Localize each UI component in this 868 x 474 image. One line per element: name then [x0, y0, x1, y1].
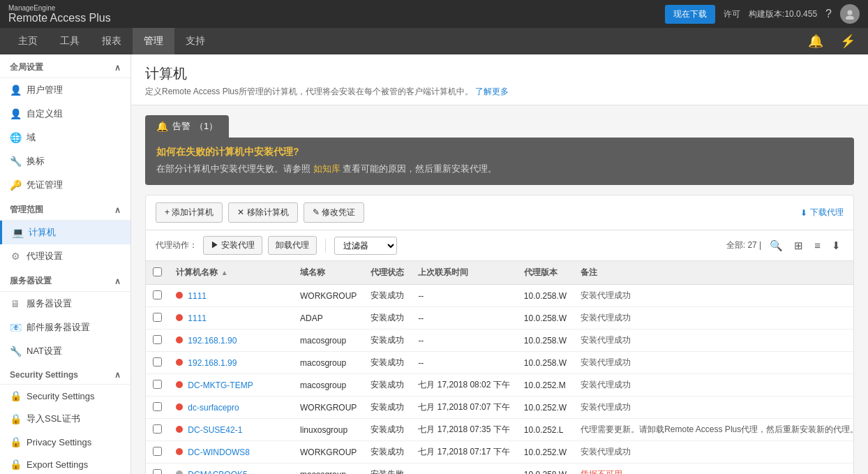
- alert-title: 如何在失败的计算机中安装代理?: [156, 146, 843, 158]
- computer-name-cell: DC-SUSE42-1: [169, 419, 293, 441]
- sidebar-item-agent-settings[interactable]: ⚙ 代理设置: [0, 244, 130, 268]
- main-layout: 全局设置 ∧ 👤 用户管理 👤 自定义组 🌐 域 🔧 换标 🔑 凭证管理 管理范…: [0, 54, 868, 474]
- credential-link[interactable]: 凭据不可用。: [581, 469, 631, 474]
- app-name-text: Remote Access Plus: [8, 12, 111, 24]
- sidebar-item-import-ssl[interactable]: 🔒 导入SSL证书: [0, 407, 130, 431]
- download-agent-button[interactable]: ⬇ 下载代理: [800, 207, 844, 219]
- notes-cell: 安装代理成功: [574, 397, 854, 419]
- grid-view-icon[interactable]: ⊞: [791, 238, 806, 253]
- svg-point-0: [848, 10, 853, 15]
- notes-cell: 安装代理成功: [574, 374, 854, 397]
- select-all-checkbox[interactable]: [153, 267, 162, 276]
- agent-version-cell: 10.0.258.W: [517, 307, 574, 329]
- power-icon[interactable]: ⚡: [835, 31, 861, 52]
- computer-name[interactable]: DC-SUSE42-1: [188, 425, 242, 435]
- modify-credential-button[interactable]: ✎ 修改凭证: [304, 202, 364, 223]
- nav-tools[interactable]: 工具: [49, 28, 91, 54]
- nav-manage[interactable]: 管理: [133, 28, 174, 54]
- status-dot: [176, 403, 183, 410]
- main-content: 计算机 定义Remote Access Plus所管理的计算机，代理将会安装在每…: [131, 54, 868, 474]
- row-checkbox[interactable]: [153, 424, 162, 434]
- computer-name[interactable]: DC-MKTG-TEMP: [188, 380, 253, 390]
- th-domain: 域名称: [293, 261, 364, 285]
- row-checkbox[interactable]: [153, 335, 162, 344]
- computer-name[interactable]: 192.168.1.90: [188, 336, 237, 346]
- computer-name[interactable]: 192.168.1.99: [188, 358, 237, 368]
- computer-name[interactable]: 1111: [188, 291, 207, 301]
- export-table-icon[interactable]: ⬇: [829, 238, 844, 253]
- download-now-button[interactable]: 现在下载: [665, 5, 715, 24]
- custom-groups-icon: 👤: [10, 108, 21, 119]
- row-checkbox-cell: [146, 419, 169, 441]
- nav-reports[interactable]: 报表: [91, 28, 133, 54]
- ssl-icon: 🔒: [10, 413, 21, 424]
- table-row: DCMACBOOK5 macosgroup 安装失败 -- 10.0.258.W…: [146, 464, 854, 475]
- search-icon[interactable]: 🔍: [767, 238, 786, 253]
- avatar[interactable]: [840, 4, 860, 24]
- nav-support[interactable]: 支持: [174, 28, 216, 54]
- sidebar-item-privacy-settings[interactable]: 🔒 Privacy Settings: [0, 431, 130, 453]
- knowledge-base-link[interactable]: 如知库: [313, 163, 341, 174]
- row-checkbox[interactable]: [153, 290, 162, 299]
- version-text: 构建版本:10.0.455: [749, 8, 817, 20]
- domain-cell: linuxosgroup: [293, 419, 364, 441]
- row-checkbox[interactable]: [153, 357, 162, 366]
- add-computer-button[interactable]: + 添加计算机: [156, 202, 223, 223]
- domain-cell: WORKGROUP: [293, 397, 364, 419]
- sidebar-item-user-management[interactable]: 👤 用户管理: [0, 78, 130, 102]
- last-contact-cell: --: [411, 329, 516, 352]
- agent-version-cell: 10.0.252.M: [517, 374, 574, 397]
- sidebar-item-computers[interactable]: 💻 计算机: [0, 221, 130, 244]
- last-contact-cell: --: [411, 464, 516, 475]
- computer-name[interactable]: DCMACBOOK5: [188, 470, 247, 475]
- agent-status-cell: 安装失败: [364, 464, 411, 475]
- agent-status-cell: 安装成功: [364, 285, 411, 307]
- notification-icon[interactable]: 🔔: [802, 31, 829, 52]
- learn-more-link[interactable]: 了解更多: [475, 87, 509, 96]
- computer-name[interactable]: DC-WINDOWS8: [188, 447, 250, 457]
- sidebar-item-domain[interactable]: 🌐 域: [0, 126, 130, 149]
- sidebar: 全局设置 ∧ 👤 用户管理 👤 自定义组 🌐 域 🔧 换标 🔑 凭证管理 管理范…: [0, 54, 131, 474]
- agent-status-cell: 安装成功: [364, 374, 411, 397]
- sidebar-item-mail-server[interactable]: 📧 邮件服务器设置: [0, 316, 130, 339]
- domain-cell: macosgroup: [293, 329, 364, 352]
- remove-computer-button[interactable]: ✕ 移除计算机: [228, 202, 297, 223]
- notes-text: 安装代理成功: [581, 335, 631, 345]
- filter-select[interactable]: 过滤器: [334, 237, 397, 255]
- computer-name-cell: DC-MKTG-TEMP: [169, 374, 293, 397]
- row-checkbox[interactable]: [153, 402, 162, 411]
- sidebar-item-custom-groups[interactable]: 👤 自定义组: [0, 102, 130, 126]
- row-checkbox[interactable]: [153, 447, 162, 456]
- nav-home[interactable]: 主页: [7, 28, 49, 54]
- computer-name[interactable]: 1111: [188, 313, 207, 323]
- computer-name-cell: 1111: [169, 307, 293, 329]
- alert-tab[interactable]: 🔔 告警 （1）: [145, 115, 229, 138]
- computer-name[interactable]: dc-surfacepro: [188, 403, 239, 413]
- notes-cell: 安装代理成功: [574, 307, 854, 329]
- notes-cell: 凭据不可用。: [574, 464, 854, 475]
- row-checkbox[interactable]: [153, 380, 162, 389]
- domain-cell: ADAP: [293, 307, 364, 329]
- table-row: 192.168.1.90 macosgroup 安装成功 -- 10.0.258…: [146, 329, 854, 352]
- notes-text: 安装代理成功: [581, 313, 631, 323]
- row-checkbox[interactable]: [153, 469, 162, 475]
- notes-text: 安装代理成功: [581, 402, 631, 412]
- row-checkbox[interactable]: [153, 313, 162, 322]
- sidebar-item-nat[interactable]: 🔧 NAT设置: [0, 339, 130, 363]
- sidebar-item-server-settings[interactable]: 🖥 服务器设置: [0, 292, 130, 316]
- sidebar-item-export-settings[interactable]: 🔒 Export Settings: [0, 453, 130, 474]
- help-icon[interactable]: ?: [825, 8, 832, 20]
- notes-cell: 安装代理成功: [574, 285, 854, 307]
- sidebar-item-credential-management[interactable]: 🔑 凭证管理: [0, 173, 130, 197]
- notes-text: 安装代理成功: [581, 447, 631, 457]
- status-dot: [176, 314, 183, 321]
- install-agent-button[interactable]: ▶ 安装代理: [203, 236, 262, 255]
- sidebar-section-global-settings: 全局设置 ∧: [0, 54, 130, 78]
- uninstall-agent-button[interactable]: 卸载代理: [268, 236, 317, 255]
- th-notes: 备注: [574, 261, 854, 285]
- sidebar-item-rebrand[interactable]: 🔧 换标: [0, 149, 130, 173]
- sidebar-item-security-settings[interactable]: 🔒 Security Settings: [0, 385, 130, 407]
- computer-table: 计算机名称 ▲ 域名称 代理状态 上次联系时间 代理版本 备注 登录的用户 11…: [145, 261, 854, 474]
- list-view-icon[interactable]: ≡: [811, 238, 823, 253]
- agent-settings-icon: ⚙: [10, 251, 21, 262]
